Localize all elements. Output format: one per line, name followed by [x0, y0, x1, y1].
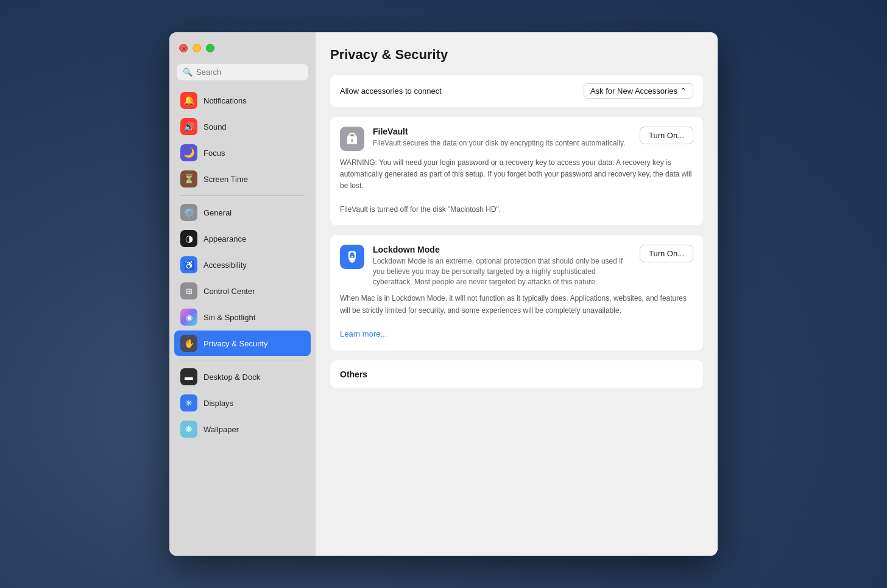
lockdown-description: Lockdown Mode is an extreme, optional pr…: [373, 256, 631, 287]
close-button[interactable]: [179, 44, 188, 52]
notifications-icon: 🔔: [180, 92, 197, 109]
sidebar-item-displays[interactable]: ✳ Displays: [174, 390, 311, 416]
chevron-icon: ⌃: [680, 86, 687, 96]
siri-icon: ◉: [180, 309, 197, 326]
general-icon: ⚙️: [180, 204, 197, 221]
sidebar-divider-2: [180, 360, 305, 360]
system-settings-window: 🔍 🔔 Notifications 🔊 Sound 🌙 Focus ⏳ Scre…: [169, 32, 718, 556]
sidebar-item-label: Notifications: [203, 96, 247, 105]
accessories-label: Allow accessories to connect: [340, 86, 442, 96]
sidebar-item-desktop-dock[interactable]: ▬ Desktop & Dock: [174, 364, 311, 390]
sound-icon: 🔊: [180, 118, 197, 135]
filevault-title: FileVault: [373, 127, 631, 136]
sidebar-item-label: Privacy & Security: [203, 339, 267, 348]
page-title: Privacy & Security: [330, 47, 703, 63]
sidebar-divider: [180, 195, 305, 196]
sidebar-item-sound[interactable]: 🔊 Sound: [174, 114, 311, 139]
sidebar-item-label: General: [203, 208, 231, 217]
svg-point-3: [352, 256, 353, 257]
sidebar-item-privacy-security[interactable]: ✋ Privacy & Security: [174, 331, 311, 356]
privacy-security-icon: ✋: [180, 335, 197, 352]
filevault-warning-text: WARNING: You will need your login passwo…: [340, 157, 693, 192]
maximize-button[interactable]: [206, 44, 214, 52]
filevault-card: FileVault FileVault secures the data on …: [330, 117, 703, 225]
sidebar-item-appearance[interactable]: ◑ Appearance: [174, 226, 311, 251]
accessories-section: Allow accessories to connect Ask for New…: [330, 75, 703, 107]
accessories-value: Ask for New Accessories: [590, 86, 677, 96]
lockdown-turn-on-button[interactable]: Turn On...: [640, 245, 693, 262]
sidebar-item-wallpaper[interactable]: ❋ Wallpaper: [174, 416, 311, 442]
sidebar-item-label: Control Center: [203, 287, 255, 296]
wallpaper-icon: ❋: [180, 421, 197, 438]
lockdown-warning: When Mac is in Lockdown Mode, it will no…: [340, 293, 693, 340]
search-input[interactable]: [196, 68, 302, 77]
filevault-text: FileVault FileVault secures the data on …: [373, 127, 631, 149]
filevault-description: FileVault secures the data on your disk …: [373, 138, 631, 149]
search-bar[interactable]: 🔍: [177, 64, 308, 80]
others-section: Others: [330, 360, 703, 388]
filevault-top: FileVault FileVault secures the data on …: [340, 127, 693, 151]
sidebar-item-accessibility[interactable]: ♿ Accessibility: [174, 252, 311, 278]
accessibility-icon: ♿: [180, 256, 197, 273]
learn-more-link[interactable]: Learn more...: [340, 329, 387, 338]
sidebar-list: 🔔 Notifications 🔊 Sound 🌙 Focus ⏳ Screen…: [169, 88, 316, 556]
sidebar-item-label: Wallpaper: [203, 425, 239, 434]
sidebar-item-notifications[interactable]: 🔔 Notifications: [174, 88, 311, 113]
sidebar-item-label: Siri & Spotlight: [203, 313, 255, 322]
screen-time-icon: ⏳: [180, 170, 197, 187]
sidebar-item-siri-spotlight[interactable]: ◉ Siri & Spotlight: [174, 304, 311, 330]
accessories-dropdown[interactable]: Ask for New Accessories ⌃: [584, 83, 693, 99]
sidebar-item-label: Displays: [203, 399, 233, 408]
sidebar-item-label: Screen Time: [203, 175, 248, 184]
filevault-warning: WARNING: You will need your login passwo…: [340, 157, 693, 215]
sidebar-item-control-center[interactable]: ⊞ Control Center: [174, 278, 311, 304]
search-icon: 🔍: [183, 68, 193, 77]
lockdown-text: Lockdown Mode Lockdown Mode is an extrem…: [373, 245, 631, 287]
sidebar-item-screen-time[interactable]: ⏳ Screen Time: [174, 166, 311, 192]
main-content: Privacy & Security Allow accessories to …: [316, 32, 718, 556]
displays-icon: ✳: [180, 394, 197, 411]
sidebar-item-label: Desktop & Dock: [203, 373, 260, 382]
others-title: Others: [340, 369, 367, 379]
lockdown-top: Lockdown Mode Lockdown Mode is an extrem…: [340, 245, 693, 287]
lockdown-desc2: When Mac is in Lockdown Mode, it will no…: [340, 293, 693, 316]
control-center-icon: ⊞: [180, 282, 197, 299]
lockdown-icon: [340, 245, 364, 269]
filevault-icon: [340, 127, 364, 151]
titlebar: [169, 32, 316, 64]
filevault-turn-on-button[interactable]: Turn On...: [640, 127, 693, 144]
lockdown-card: Lockdown Mode Lockdown Mode is an extrem…: [330, 235, 703, 351]
sidebar-item-label: Focus: [203, 149, 225, 158]
minimize-button[interactable]: [193, 44, 201, 52]
sidebar-item-focus[interactable]: 🌙 Focus: [174, 140, 311, 166]
focus-icon: 🌙: [180, 144, 197, 161]
lockdown-title: Lockdown Mode: [373, 245, 631, 254]
appearance-icon: ◑: [180, 230, 197, 247]
sidebar-item-general[interactable]: ⚙️ General: [174, 200, 311, 225]
desktop-dock-icon: ▬: [180, 368, 197, 385]
sidebar-item-label: Appearance: [203, 234, 246, 243]
sidebar-item-label: Accessibility: [203, 261, 247, 270]
filevault-status: FileVault is turned off for the disk "Ma…: [340, 204, 693, 215]
sidebar-item-label: Sound: [203, 122, 227, 131]
sidebar: 🔍 🔔 Notifications 🔊 Sound 🌙 Focus ⏳ Scre…: [169, 32, 316, 556]
